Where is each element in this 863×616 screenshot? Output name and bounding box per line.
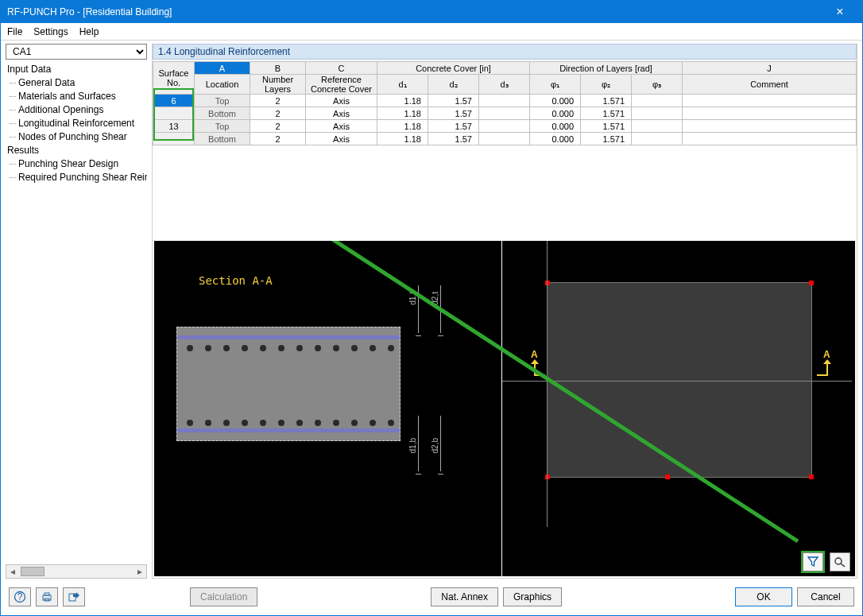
- cell-phi1[interactable]: 0.000: [530, 133, 581, 145]
- graphics-button[interactable]: Graphics: [503, 587, 562, 606]
- svg-line-1: [841, 564, 845, 567]
- cell-d2[interactable]: 1.57: [428, 120, 479, 133]
- cell-phi2[interactable]: 1.571: [581, 120, 632, 133]
- calculation-button[interactable]: Calculation: [190, 587, 257, 606]
- tree-results-root[interactable]: Results: [6, 144, 147, 157]
- dim-d1b: d1,b: [408, 438, 417, 453]
- cell-comment[interactable]: [683, 107, 857, 120]
- cancel-button[interactable]: Cancel: [797, 587, 854, 606]
- h-phi1[interactable]: φ₁: [530, 75, 581, 95]
- menu-help[interactable]: Help: [79, 26, 99, 37]
- h-d2[interactable]: d₂: [428, 75, 479, 95]
- cell-layers[interactable]: 2: [250, 107, 306, 120]
- cell-d3[interactable]: [479, 133, 530, 145]
- cell-d1[interactable]: 1.18: [377, 95, 428, 107]
- cell-comment[interactable]: [683, 95, 857, 107]
- cell-d2[interactable]: 1.57: [428, 133, 479, 145]
- scroll-thumb[interactable]: [21, 567, 45, 576]
- tree-hscroll[interactable]: ◂ ▸: [6, 564, 147, 579]
- h-num-layers[interactable]: Number Layers: [250, 75, 306, 95]
- help-button[interactable]: ?: [9, 587, 31, 606]
- cell-phi3[interactable]: [632, 95, 683, 107]
- table-row[interactable]: 13Top2Axis1.181.570.0001.571: [153, 120, 857, 133]
- cell-phi3[interactable]: [632, 107, 683, 120]
- h-d3[interactable]: d₃: [479, 75, 530, 95]
- table-row[interactable]: Bottom2Axis1.181.570.0001.571: [153, 133, 857, 145]
- cell-d1[interactable]: 1.18: [377, 120, 428, 133]
- cell-d3[interactable]: [479, 120, 530, 133]
- col-surface[interactable]: Surface No.: [153, 62, 195, 95]
- col-J[interactable]: J: [683, 62, 857, 75]
- cell-ref[interactable]: Axis: [306, 120, 377, 133]
- col-B[interactable]: B: [250, 62, 306, 75]
- h-phi3[interactable]: φ₃: [632, 75, 683, 95]
- graphics-viewer[interactable]: Section A-A d1,t d2,t d1,b d2,b: [154, 241, 855, 576]
- menu-file[interactable]: File: [7, 26, 22, 37]
- cell-location[interactable]: Bottom: [195, 107, 250, 120]
- print-button[interactable]: [36, 587, 58, 606]
- cell-comment[interactable]: [683, 133, 857, 145]
- cell-phi2[interactable]: 1.571: [581, 107, 632, 120]
- cell-layers[interactable]: 2: [250, 95, 306, 107]
- table-row[interactable]: Bottom2Axis1.181.570.0001.571: [153, 107, 857, 120]
- tree-nodes-punching[interactable]: Nodes of Punching Shear: [6, 130, 147, 144]
- section-view[interactable]: Section A-A d1,t d2,t d1,b d2,b: [154, 241, 502, 576]
- cell-phi1[interactable]: 0.000: [530, 95, 581, 107]
- menu-settings[interactable]: Settings: [33, 26, 68, 37]
- cell-surface[interactable]: 13: [153, 120, 195, 133]
- tree-punching-design[interactable]: Punching Shear Design: [6, 157, 147, 171]
- cell-phi1[interactable]: 0.000: [530, 107, 581, 120]
- filter-button[interactable]: [803, 552, 823, 571]
- cell-location[interactable]: Top: [195, 120, 250, 133]
- export-button[interactable]: [63, 587, 85, 606]
- col-A[interactable]: A: [195, 62, 250, 75]
- cell-d2[interactable]: 1.57: [428, 107, 479, 120]
- cell-layers[interactable]: 2: [250, 120, 306, 133]
- cell-phi2[interactable]: 1.571: [581, 95, 632, 107]
- h-location[interactable]: Location: [195, 75, 250, 95]
- cell-comment[interactable]: [683, 120, 857, 133]
- cell-surface[interactable]: [153, 107, 195, 120]
- scroll-right-icon[interactable]: ▸: [134, 566, 146, 577]
- tree-openings[interactable]: Additional Openings: [6, 103, 147, 117]
- cell-layers[interactable]: 2: [250, 133, 306, 145]
- ok-button[interactable]: OK: [735, 587, 792, 606]
- cell-phi3[interactable]: [632, 133, 683, 145]
- table-row[interactable]: 6Top2Axis1.181.570.0001.571: [153, 95, 857, 107]
- tree-general-data[interactable]: General Data: [6, 76, 147, 90]
- cell-phi2[interactable]: 1.571: [581, 133, 632, 145]
- h-phi2[interactable]: φ₂: [581, 75, 632, 95]
- nat-annex-button[interactable]: Nat. Annex: [431, 587, 498, 606]
- reinforcement-table[interactable]: Surface No. A B C Concrete Cover [in] Di…: [153, 61, 857, 238]
- cell-d3[interactable]: [479, 107, 530, 120]
- tree-long-reinf[interactable]: Longitudinal Reinforcement: [6, 117, 147, 130]
- cell-d3[interactable]: [479, 95, 530, 107]
- zoom-button[interactable]: [830, 552, 850, 571]
- tree-required-reinf[interactable]: Required Punching Shear Reinforcement: [6, 171, 147, 184]
- col-D[interactable]: Concrete Cover [in]: [377, 62, 530, 75]
- cell-ref[interactable]: Axis: [306, 95, 377, 107]
- close-icon[interactable]: ×: [824, 5, 856, 19]
- h-comment[interactable]: Comment: [683, 75, 857, 95]
- cell-location[interactable]: Top: [195, 95, 250, 107]
- tree-input-root[interactable]: Input Data: [6, 63, 147, 76]
- cell-ref[interactable]: Axis: [306, 133, 377, 145]
- cell-d1[interactable]: 1.18: [377, 107, 428, 120]
- h-d1[interactable]: d₁: [377, 75, 428, 95]
- export-icon: [68, 591, 80, 603]
- tree-materials[interactable]: Materials and Surfaces: [6, 90, 147, 103]
- cell-location[interactable]: Bottom: [195, 133, 250, 145]
- plan-view[interactable]: A A: [502, 241, 855, 576]
- cell-ref[interactable]: Axis: [306, 107, 377, 120]
- col-G[interactable]: Direction of Layers [rad]: [530, 62, 683, 75]
- cell-d1[interactable]: 1.18: [377, 133, 428, 145]
- h-ref-cover[interactable]: Reference Concrete Cover: [306, 75, 377, 95]
- cell-phi3[interactable]: [632, 120, 683, 133]
- case-select[interactable]: CA1: [6, 44, 147, 60]
- col-C[interactable]: C: [306, 62, 377, 75]
- cell-phi1[interactable]: 0.000: [530, 120, 581, 133]
- cell-surface[interactable]: [153, 133, 195, 145]
- scroll-left-icon[interactable]: ◂: [6, 566, 19, 577]
- cell-surface[interactable]: 6: [153, 95, 195, 107]
- cell-d2[interactable]: 1.57: [428, 95, 479, 107]
